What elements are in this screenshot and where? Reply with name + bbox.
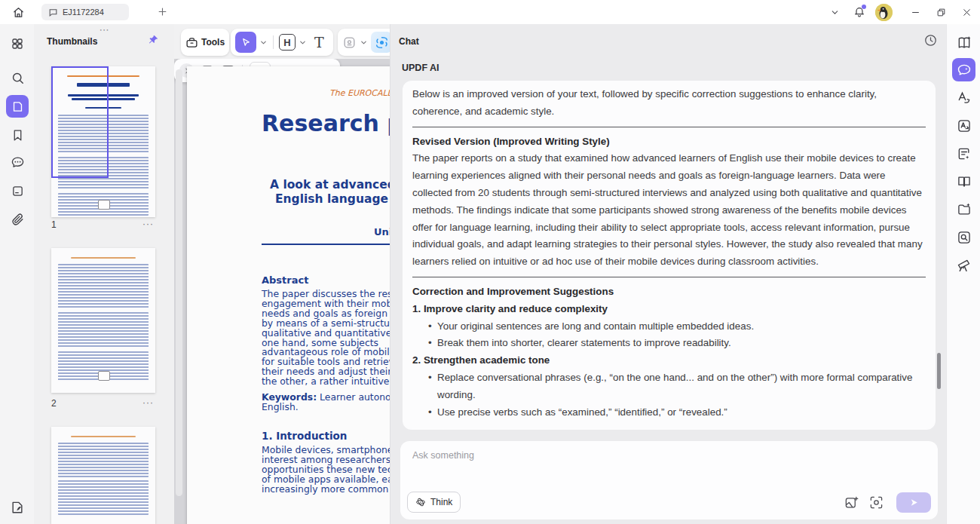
document-tab[interactable]: EJ1172284 xyxy=(41,4,129,20)
toolbox-icon xyxy=(185,36,198,49)
pdf-keywords: Keywords: Learner autonomy English. xyxy=(262,392,390,412)
cursor-icon xyxy=(240,37,252,48)
ai-read-book-icon[interactable] xyxy=(952,31,975,54)
divider xyxy=(412,277,926,277)
pdf-subtitle-line2: English language s xyxy=(275,192,390,206)
chat-scrollbar[interactable] xyxy=(937,353,941,389)
reader-book-icon[interactable] xyxy=(952,170,975,193)
suggestion-bullet: •Your original sentences are long and co… xyxy=(412,318,926,336)
send-button[interactable] xyxy=(896,492,931,513)
pdf-page[interactable]: The EUROCALL R Research pa A look at adv… xyxy=(187,66,390,524)
chevron-down-icon[interactable] xyxy=(360,38,368,47)
divider xyxy=(412,127,926,127)
select-tool-button[interactable] xyxy=(235,32,256,53)
close-icon xyxy=(962,8,972,17)
thumbnails-panel-icon[interactable] xyxy=(6,95,29,118)
reading-mode-icon[interactable] xyxy=(6,496,29,519)
revised-version-body: The paper reports on a study that examin… xyxy=(412,150,926,271)
revised-version-heading: Revised Version (Improved Writing Style) xyxy=(412,133,926,151)
panel-drag-handle[interactable]: ⋯ xyxy=(96,24,114,35)
edit-tool-group: H T xyxy=(231,29,333,56)
ai-summary-icon[interactable] xyxy=(952,142,975,165)
bookmarks-icon[interactable] xyxy=(6,124,29,146)
ai-translate-icon[interactable] xyxy=(952,114,975,137)
chat-input-card: Think xyxy=(400,441,938,519)
chat-panel-title: Chat xyxy=(399,36,419,47)
thumbnails-panel: ⋯ Thumbnails 1 ··· 2 ··· xyxy=(34,24,174,524)
chevron-down-icon[interactable] xyxy=(299,38,307,47)
new-tab-button[interactable] xyxy=(157,6,168,17)
minimize-button[interactable] xyxy=(905,3,926,21)
suggestions-heading: Correction and Improvement Suggestions xyxy=(412,283,926,301)
chevron-down-icon[interactable] xyxy=(259,38,268,47)
add-image-icon[interactable] xyxy=(844,495,859,510)
pdf-abstract-text: The paper discusses the results engageme… xyxy=(262,290,390,387)
ai-files-icon[interactable] xyxy=(952,198,975,221)
ai-rewrite-icon[interactable] xyxy=(952,86,975,109)
pdf-intro-text: Mobile devices, smartphones ar interest … xyxy=(262,446,390,495)
titlebar-chevron-button[interactable] xyxy=(824,3,845,21)
page-thumbnail-2[interactable] xyxy=(51,248,155,393)
updf-ai-button[interactable] xyxy=(371,32,390,53)
stamp-tool-icon[interactable] xyxy=(342,35,357,50)
home-button[interactable] xyxy=(9,4,27,20)
text-tool-button[interactable]: T xyxy=(314,35,324,50)
page-overflow-menu[interactable]: ··· xyxy=(142,219,154,229)
pin-icon[interactable] xyxy=(148,34,159,45)
tools-button[interactable]: Tools xyxy=(181,29,229,56)
tab-title: EJ1172284 xyxy=(63,8,104,17)
ai-intro-text: Below is an improved version of your tex… xyxy=(412,86,926,121)
ai-chat-icon[interactable] xyxy=(952,58,975,81)
divider xyxy=(273,35,274,49)
think-toggle-button[interactable]: Think xyxy=(407,492,461,513)
chevron-down-icon xyxy=(830,8,840,17)
attachment-icon[interactable] xyxy=(6,208,29,231)
right-sidebar xyxy=(946,24,980,524)
think-label: Think xyxy=(430,497,452,507)
thumbnail-viewport-indicator[interactable] xyxy=(51,66,109,178)
minimize-icon xyxy=(911,8,920,17)
notification-dot xyxy=(862,5,866,9)
pdf-affiliation: Unive xyxy=(374,226,390,237)
suggestion-bullet: •Replace conversational phrases (e.g., “… xyxy=(412,369,926,404)
page-thumbnail-3[interactable] xyxy=(51,427,155,524)
tools-label: Tools xyxy=(201,37,225,47)
restore-icon xyxy=(936,8,946,17)
chat-input[interactable] xyxy=(411,449,911,482)
comments-icon[interactable] xyxy=(6,151,29,173)
chat-history-button[interactable] xyxy=(923,33,938,47)
chat-panel: Chat UPDF AI Below is an improved versio… xyxy=(390,24,947,524)
page-thumbnail-1[interactable] xyxy=(51,66,155,217)
suggestion-bullet: •Break them into shorter, clearer statem… xyxy=(412,335,926,352)
page-organize-icon[interactable] xyxy=(6,179,29,202)
pdf-abstract-heading: Abstract xyxy=(262,274,308,286)
comment-marker-icon[interactable] xyxy=(98,371,110,381)
restore-button[interactable] xyxy=(930,3,951,21)
apps-grid-icon[interactable] xyxy=(6,32,29,55)
send-arrow-icon xyxy=(909,498,919,507)
suggestion-1-heading: 1. Improve clarity and reduce complexity xyxy=(412,301,926,318)
home-icon xyxy=(12,6,25,19)
search-icon[interactable] xyxy=(6,66,29,89)
pdf-title: Research pa xyxy=(262,110,390,136)
chat-sender-name: UPDF AI xyxy=(402,63,439,73)
user-avatar[interactable] xyxy=(875,4,893,21)
notifications-button[interactable] xyxy=(849,3,870,21)
page-overflow-menu[interactable]: ··· xyxy=(142,397,154,408)
page-number-label: 1 xyxy=(51,219,57,230)
suggestion-bullet: •Use precise verbs such as “examined,” “… xyxy=(412,404,926,421)
close-button[interactable] xyxy=(956,3,977,21)
page-number-label: 2 xyxy=(51,398,57,409)
screenshot-icon[interactable] xyxy=(869,495,884,510)
suggestion-2-heading: 2. Strengthen academic tone xyxy=(412,352,926,369)
ai-response-card: Below is an improved version of your tex… xyxy=(403,81,936,430)
bell-icon xyxy=(853,6,865,18)
comment-marker-icon[interactable] xyxy=(98,200,110,210)
ai-search-icon[interactable] xyxy=(952,225,975,249)
heading-tool-button[interactable]: H xyxy=(279,34,296,51)
pdf-divider-rule xyxy=(262,244,390,245)
thumbnails-scrollbar[interactable] xyxy=(176,69,182,496)
left-sidebar xyxy=(0,24,35,524)
telescope-icon[interactable] xyxy=(952,253,975,277)
pdf-canvas[interactable]: The EUROCALL R Research pa A look at adv… xyxy=(174,59,390,524)
